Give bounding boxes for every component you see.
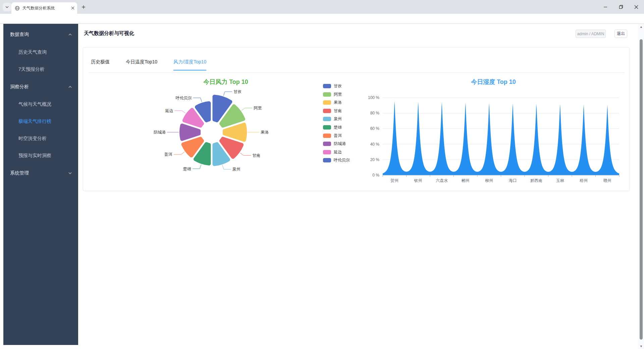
legend-label: 楚雄 — [334, 124, 342, 130]
sidebar-item-extreme-rank[interactable]: 极端天气排行榜 — [3, 113, 78, 130]
rose-label-line — [241, 108, 253, 111]
scroll-down-arrow[interactable]: ▼ — [638, 343, 644, 349]
legend-item-阿里[interactable]: 阿里 — [323, 92, 350, 97]
y-axis-label: 100 % — [368, 95, 379, 100]
legend-item-甘孜[interactable]: 甘孜 — [323, 84, 350, 88]
sidebar-group-insight[interactable]: 洞察分析 — [3, 78, 78, 95]
legend-label: 甘南 — [334, 108, 342, 114]
window-minimize-button[interactable] — [598, 0, 613, 14]
new-tab-button[interactable] — [80, 3, 87, 11]
sidebar-item-label: 预报与实时洞察 — [18, 153, 51, 159]
chevron-up-icon — [68, 33, 72, 37]
sidebar-item-history-weather[interactable]: 历史天气查询 — [3, 44, 78, 61]
tab-history-extremes[interactable]: 历史极值 — [91, 59, 110, 70]
scrollbar-thumb[interactable] — [640, 39, 643, 340]
legend-item-普洱[interactable]: 普洱 — [323, 134, 350, 138]
legend-item-泉州[interactable]: 泉州 — [323, 117, 350, 121]
rose-label-line — [174, 152, 185, 155]
y-axis-label: 0 % — [372, 173, 379, 178]
rose-label-line — [222, 165, 231, 169]
legend-swatch — [323, 92, 331, 97]
legend-swatch — [323, 84, 331, 88]
restore-icon — [619, 5, 623, 9]
legend-label: 普洱 — [334, 133, 342, 139]
y-axis-label: 40 % — [370, 142, 380, 147]
tab-close-icon[interactable] — [71, 6, 74, 10]
legend-item-果洛[interactable]: 果洛 — [323, 100, 350, 105]
legend-label: 泉州 — [334, 116, 342, 122]
y-axis-label: 20 % — [370, 157, 380, 162]
page-title: 天气数据分析与可视化 — [84, 30, 134, 37]
legend-label: 甘孜 — [334, 83, 342, 89]
sidebar-item-spatiotemporal[interactable]: 时空演变分析 — [3, 130, 78, 147]
rose-label-line — [240, 153, 251, 156]
tab-wind-humidity-top10[interactable]: 风力/湿度Top10 — [173, 59, 206, 70]
rose-label: 防城港 — [154, 130, 166, 135]
browser-address-bar: localhost:8080/analysis/extreme-rank — [0, 14, 644, 24]
legend-label: 呼伦贝尔 — [334, 157, 350, 163]
vertical-scrollbar[interactable]: ▲ ▼ — [638, 24, 644, 349]
rose-label: 甘南 — [252, 153, 260, 158]
x-axis-label: 赣州 — [603, 178, 611, 183]
sidebar-item-label: 极端天气排行榜 — [18, 118, 51, 124]
rose-label-line — [223, 92, 232, 96]
sidebar-group-label: 系统管理 — [10, 170, 29, 176]
x-axis-label: 海口 — [509, 178, 517, 183]
browser-tab[interactable]: 天气数据分析系统 — [11, 2, 77, 14]
chevron-down-icon — [68, 171, 72, 175]
legend-item-甘南[interactable]: 甘南 — [323, 109, 350, 113]
legend-swatch — [323, 158, 331, 162]
rose-label-line — [175, 111, 186, 113]
sidebar-item-forecast-insight[interactable]: 预报与实时洞察 — [3, 147, 78, 164]
sidebar-group-system[interactable]: 系统管理 — [3, 164, 78, 182]
tab-search-button[interactable] — [3, 3, 11, 11]
legend-label: 防城港 — [334, 141, 346, 147]
rose-label: 泉州 — [232, 167, 240, 171]
sidebar: 数据查询 历史天气查询 7天预报分析 洞察分析 气候与天气概况 极端天气排行榜 … — [3, 24, 78, 345]
user-badge: admin / ADMIN — [576, 30, 606, 38]
legend-label: 果洛 — [334, 100, 342, 105]
legend-swatch — [323, 109, 331, 113]
y-axis-label: 80 % — [370, 111, 380, 115]
x-axis-label: 柳州 — [485, 178, 493, 183]
tab-temperature-top10[interactable]: 今日温度Top10 — [126, 59, 157, 70]
rose-label: 甘孜 — [233, 89, 241, 94]
window-restore-button[interactable] — [613, 0, 629, 14]
minimize-icon — [603, 5, 607, 9]
rose-label: 阿里 — [254, 106, 262, 110]
rose-label: 果洛 — [261, 130, 269, 135]
close-icon — [634, 5, 638, 9]
rose-label: 呼伦贝尔 — [176, 96, 192, 100]
sidebar-item-climate-overview[interactable]: 气候与天气概况 — [3, 96, 78, 113]
logout-button[interactable]: 退出 — [614, 30, 627, 38]
legend-item-防城港[interactable]: 防城港 — [323, 142, 350, 146]
y-axis-label: 60 % — [370, 126, 380, 131]
rose-sector-防城港[interactable] — [181, 126, 199, 139]
scroll-up-arrow[interactable]: ▲ — [638, 24, 644, 30]
tab-bar: 历史极值 今日温度Top10 风力/湿度Top10 — [91, 59, 206, 70]
chevron-up-icon — [68, 85, 72, 89]
legend-item-延边[interactable]: 延边 — [323, 150, 350, 154]
rose-label: 普洱 — [164, 152, 172, 157]
tabs-divider — [89, 72, 625, 73]
legend-swatch — [323, 125, 331, 130]
sidebar-item-7day-forecast[interactable]: 7天预报分析 — [3, 61, 78, 78]
rose-sector-果洛[interactable] — [224, 124, 245, 140]
wind-chart-legend: 甘孜阿里果洛甘南泉州楚雄普洱防城港延边呼伦贝尔 — [323, 84, 350, 162]
sidebar-item-label: 7天预报分析 — [18, 66, 45, 72]
humidity-area-series[interactable] — [383, 101, 619, 175]
wind-rose-chart[interactable]: 甘孜阿里果洛甘南泉州楚雄普洱防城港延边呼伦贝尔 — [133, 80, 294, 185]
sidebar-group-label: 洞察分析 — [10, 84, 29, 90]
x-axis-label: 贺州 — [390, 178, 398, 183]
window-close-button[interactable] — [629, 0, 644, 14]
legend-item-楚雄[interactable]: 楚雄 — [323, 125, 350, 130]
main-content: 天气数据分析与可视化 admin / ADMIN 退出 历史极值 今日温度Top… — [78, 24, 638, 345]
sidebar-item-label: 气候与天气概况 — [18, 101, 51, 107]
humidity-area-chart[interactable]: 0 %20 %40 %60 %80 %100 %贺州钦州六盘水郴州柳州海口黔西南… — [358, 74, 627, 185]
sidebar-group-data-query[interactable]: 数据查询 — [3, 26, 78, 43]
rose-label-line — [193, 164, 201, 168]
legend-swatch — [323, 150, 331, 154]
rose-label: 楚雄 — [183, 166, 191, 171]
legend-item-呼伦贝尔[interactable]: 呼伦贝尔 — [323, 158, 350, 162]
legend-swatch — [323, 142, 331, 146]
